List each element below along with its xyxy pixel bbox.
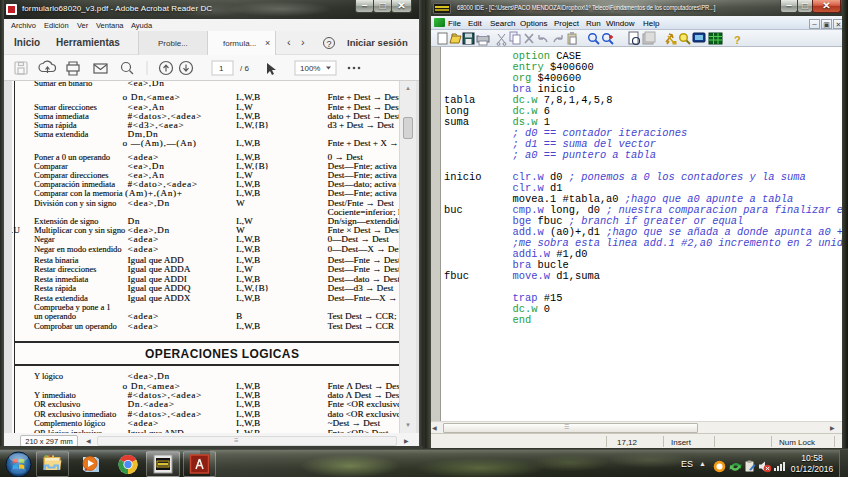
svg-text:100%: 100% [300, 64, 320, 73]
svg-text:1: 1 [219, 64, 224, 73]
svg-text:/ 6: / 6 [240, 64, 249, 73]
svg-text:?: ? [734, 34, 741, 46]
